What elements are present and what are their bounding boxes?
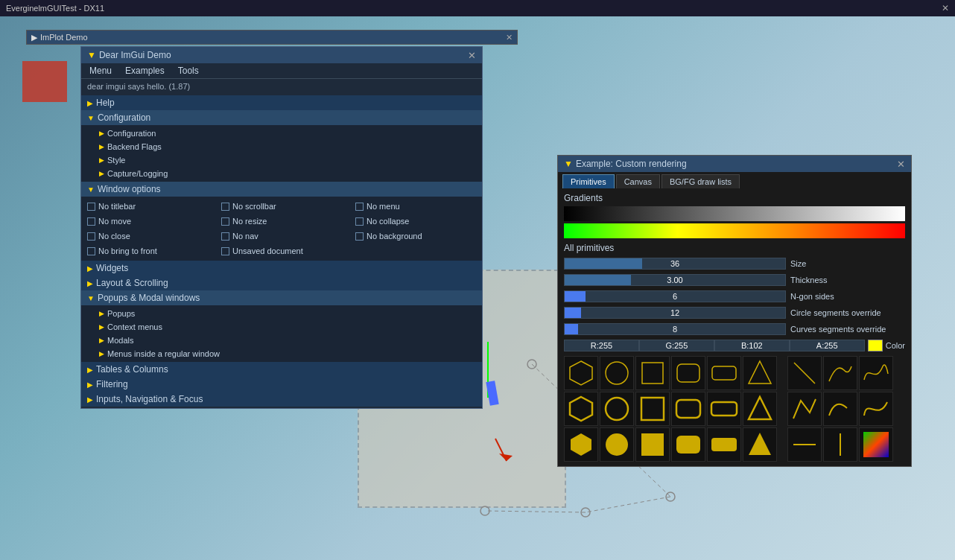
cb-no-scrollbar[interactable]: No scrollbar [221,200,355,213]
prim-circle-filled [600,427,634,462]
color-swatch[interactable] [868,340,883,351]
window-options-grid: No titlebar No scrollbar No menu No move… [81,197,482,261]
title-bar-close-button[interactable]: ✕ [939,1,952,15]
prim-wide-rect-outline [707,356,741,390]
prim-bezier1 [823,392,857,426]
cb-no-menu[interactable]: No menu [355,200,489,213]
thickness-slider[interactable]: 3.00 [564,274,786,286]
cb-unsaved-box [221,247,229,255]
section-filtering[interactable]: ▶ Filtering [81,377,482,392]
cb-no-move[interactable]: No move [87,214,221,228]
tables-arrow: ▶ [87,366,93,374]
svg-marker-24 [571,433,591,456]
svg-rect-26 [641,433,664,456]
help-label: Help [96,98,115,108]
cb-unsaved-document[interactable]: Unsaved document [221,244,355,258]
color-label: Color [883,341,905,350]
cb-no-collapse[interactable]: No collapse [355,214,489,228]
sub-modals[interactable]: ▶ Modals [93,334,482,347]
help-arrow: ▶ [87,99,93,107]
primitives-row-2 [564,392,905,426]
prim-hline [787,427,822,462]
svg-rect-32 [863,432,889,457]
implot-close-button[interactable]: ✕ [506,33,513,42]
section-inputs-nav[interactable]: ▶ Inputs, Navigation & Focus [81,392,482,407]
tab-bgfg-draw[interactable]: BG/FG draw lists [661,174,740,188]
cb-no-menu-box [355,203,364,211]
section-layout[interactable]: ▶ Layout & Scrolling [81,276,482,290]
custom-title-arrow: ▼ [564,159,573,169]
sub-menus-in-window[interactable]: ▶ Menus inside a regular window [93,347,482,360]
cb-no-titlebar-box [87,203,95,211]
sub-context-menus[interactable]: ▶ Context menus [93,320,482,334]
color-row: R:255 G:255 B:102 A:255 Color [564,338,905,353]
cb-no-nav[interactable]: No nav [221,229,355,243]
circle-seg-slider[interactable]: 12 [564,307,786,319]
svg-point-5 [666,492,675,501]
cb-no-close[interactable]: No close [87,229,221,243]
circle-seg-slider-row: 12 Circle segments override [564,305,905,320]
color-g: G:255 [639,340,714,351]
cb-no-move-box [87,217,95,226]
config-arrow: ▼ [87,114,95,122]
sub-configuration[interactable]: ▶ Configuration [93,127,482,140]
cb-no-titlebar[interactable]: No titlebar [87,200,221,213]
imgui-greeting: dear imgui says hello. (1.87) [81,79,482,94]
custom-rendering-window: ▼ Example: Custom rendering ✕ Primitives… [557,155,912,467]
cb-no-bring-to-front[interactable]: No bring to front [87,244,221,258]
configuration-content: ▶ Configuration ▶ Backend Flags ▶ Style … [81,125,482,182]
prim-hexagon-stroke [564,392,598,426]
prim-rounded-filled [671,427,705,462]
prim-square-outline [635,356,670,390]
svg-marker-11 [570,361,592,385]
cb-no-bring-box [87,247,95,255]
window-options-arrow: ▼ [87,185,95,194]
section-configuration-header[interactable]: ▼ Configuration [81,110,482,125]
imgui-close-button[interactable]: ✕ [468,51,476,60]
sub-style[interactable]: ▶ Style [93,153,482,167]
cb-no-nav-box [221,232,229,241]
sub-popups[interactable]: ▶ Popups [93,307,482,320]
svg-point-6 [581,508,590,517]
section-tables[interactable]: ▶ Tables & Columns [81,362,482,377]
color-r: R:255 [564,340,639,351]
tab-canvas[interactable]: Canvas [616,174,660,188]
primitives-row-1 [564,356,905,390]
section-widgets[interactable]: ▶ Widgets [81,261,482,276]
imgui-demo-titlebar: ▼ Dear ImGui Demo ✕ [81,47,482,63]
menu-item-tools[interactable]: Tools [176,65,201,77]
prim-gradient [859,427,893,462]
section-help[interactable]: ▶ Help [81,95,482,110]
svg-rect-27 [676,436,700,454]
circle-seg-value: 12 [670,308,679,317]
sub-capture-logging[interactable]: ▶ Capture/Logging [93,167,482,180]
layout-label: Layout & Scrolling [96,278,168,288]
menu-item-menu[interactable]: Menu [87,65,114,77]
svg-rect-14 [677,364,699,382]
prim-curve2 [859,356,893,390]
menu-item-examples[interactable]: Examples [123,65,167,77]
section-popups-header[interactable]: ▼ Popups & Modal windows [81,290,482,305]
curves-seg-slider[interactable]: 8 [564,323,786,335]
prim-bezier2 [859,392,893,426]
thickness-label: Thickness [786,276,905,284]
svg-point-12 [606,362,628,384]
circle-seg-label: Circle segments override [786,308,905,317]
imgui-content: ▶ Help ▼ Configuration ▶ Configuration ▶… [81,94,482,408]
size-slider-row: 36 Size [564,256,905,271]
prim-sep-3 [778,427,786,462]
cb-no-background[interactable]: No background [355,229,489,243]
popups-arrow: ▼ [87,294,95,302]
tables-label: Tables & Columns [96,364,168,375]
background-red-box [22,61,67,102]
tab-primitives[interactable]: Primitives [562,174,615,188]
prim-vline [823,427,857,462]
size-slider[interactable]: 36 [564,258,786,270]
sub-backend-flags[interactable]: ▶ Backend Flags [93,140,482,153]
prim-rounded-stroke [671,392,705,426]
implot-titlebar: ▶ ImPlot Demo ✕ [27,31,517,44]
ngon-slider[interactable]: 6 [564,290,786,302]
section-window-options[interactable]: ▼ Window options [81,182,482,197]
custom-close-button[interactable]: ✕ [897,159,905,170]
cb-no-resize[interactable]: No resize [221,214,355,228]
